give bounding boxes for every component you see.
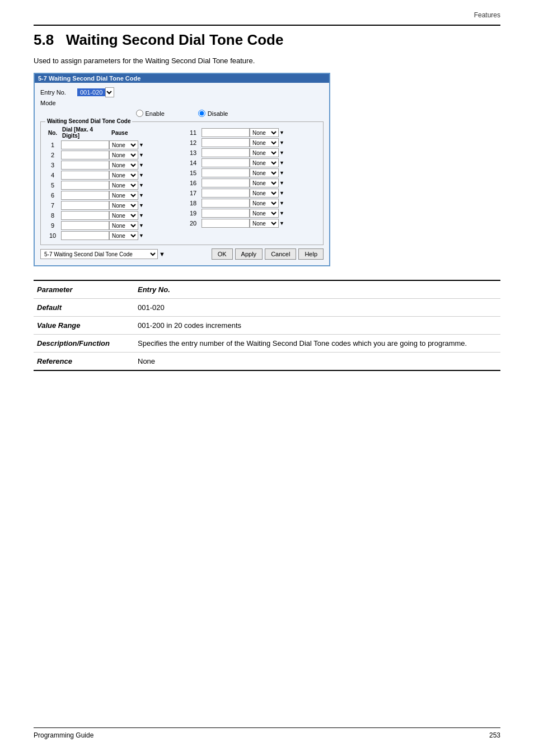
dialog-title-bar: 5-7 Waiting Second Dial Tone Code [35,74,329,83]
param-description-row: Description/Function Specifies the entry… [34,335,500,353]
wsdt-row-left: 5 None123 ▼ [44,181,179,190]
wsdt-row-left: 2 None123 ▼ [44,151,179,159]
param-header-row: Parameter Entry No. [34,280,500,299]
page-container: Features 5.8 Waiting Second Dial Tone Co… [0,0,534,756]
dial-input[interactable] [202,219,250,228]
dial-input[interactable] [202,158,250,167]
dial-input[interactable] [61,211,109,220]
pause-select[interactable]: None123 [109,201,138,210]
pause-select[interactable]: None123 [109,211,138,220]
row-number: 1 [44,142,61,148]
disable-label: Disable [208,110,228,117]
wsdt-row-right: 20 None123 ▼ [185,219,320,228]
ok-button[interactable]: OK [212,248,233,260]
pause-select[interactable]: None123 [250,179,279,187]
wsdt-row-left: 4 None123 ▼ [44,171,179,180]
dial-input[interactable] [61,231,109,240]
bottom-select[interactable]: 5-7 Waiting Second Dial Tone Code [40,249,158,259]
row-number: 10 [44,232,61,239]
pause-select[interactable]: None123 [250,158,279,167]
enable-label: Enable [146,110,165,117]
bottom-select-area: 5-7 Waiting Second Dial Tone Code ▼ [40,249,165,259]
pause-select[interactable]: None123 [250,199,279,208]
wsdt-header-left: No. Dial [Max. 4 Digits] Pause [44,126,179,139]
disable-option[interactable]: Disable [198,110,228,117]
mode-row: Mode [40,100,324,106]
wsdt-row-left: 8 None123 ▼ [44,211,179,220]
row-number: 19 [185,210,202,217]
entry-no-select[interactable]: ▼ [105,87,114,97]
section-number: 5.8 [34,31,54,48]
pause-select[interactable]: None123 [250,219,279,228]
dial-input[interactable] [61,140,109,149]
wsdt-row-right: 12 None123 ▼ [185,138,320,147]
pause-select[interactable]: None123 [109,231,138,240]
pause-select[interactable]: None123 [250,128,279,137]
footer-left-text: Programming Guide [34,731,93,739]
wsdt-row-right: 14 None123 ▼ [185,158,320,167]
disable-radio[interactable] [198,110,205,117]
pause-select[interactable]: None123 [109,140,138,149]
enable-option[interactable]: Enable [136,110,165,117]
pause-select[interactable]: None123 [250,148,279,157]
mode-label: Mode [40,100,74,106]
enable-radio[interactable] [136,110,143,117]
dial-input[interactable] [61,181,109,190]
dial-input[interactable] [202,189,250,198]
entry-no-label: Entry No. [40,89,74,96]
dial-input[interactable] [61,151,109,159]
cancel-button[interactable]: Cancel [265,248,296,260]
pause-select[interactable]: None123 [109,221,138,230]
pause-select[interactable]: None123 [250,209,279,218]
row-number: 6 [44,192,61,199]
pause-select[interactable]: None123 [250,138,279,147]
wsdt-rows-left: 1 None123 ▼ 2 None123 ▼ 3 None123 ▼ 4 No [44,140,179,240]
wsdt-row-left: 10 None123 ▼ [44,231,179,240]
param-reference-label: Reference [34,353,134,371]
help-button[interactable]: Help [298,248,324,260]
pause-select[interactable]: None123 [250,189,279,198]
apply-button[interactable]: Apply [235,248,263,260]
right-column: 11 None123 ▼ 12 None123 ▼ 13 None123 ▼ 1… [185,126,320,241]
wsdt-row-right: 11 None123 ▼ [185,128,320,137]
header-divider [34,25,500,26]
param-value-range-value: 001-200 in 20 codes increments [134,317,500,335]
dial-input[interactable] [61,161,109,170]
section-title-text: Waiting Second Dial Tone Code [66,31,284,48]
row-number: 8 [44,212,61,219]
col-pause-header: Pause [111,130,151,136]
wsdt-row-right: 13 None123 ▼ [185,148,320,157]
param-col2-header: Entry No. [134,280,500,299]
row-number: 2 [44,152,61,158]
left-column: No. Dial [Max. 4 Digits] Pause 1 None123… [44,126,179,241]
dial-input[interactable] [61,171,109,180]
wsdt-row-right: 19 None123 ▼ [185,209,320,218]
dial-input[interactable] [202,209,250,218]
param-value-range-label: Value Range [34,317,134,335]
pause-select[interactable]: None123 [109,181,138,190]
pause-select[interactable]: None123 [109,161,138,170]
entry-no-value: 001-020 [77,88,105,96]
dial-input[interactable] [202,168,250,177]
dial-input[interactable] [202,148,250,157]
dial-input[interactable] [202,138,250,147]
dial-input[interactable] [202,179,250,187]
features-label: Features [34,11,500,19]
dial-input[interactable] [202,128,250,137]
row-number: 3 [44,162,61,168]
param-default-row: Default 001-020 [34,299,500,317]
features-text: Features [474,11,500,19]
row-number: 5 [44,182,61,189]
pause-select[interactable]: None123 [109,151,138,159]
dial-input[interactable] [61,201,109,210]
dial-input[interactable] [202,199,250,208]
pause-select[interactable]: None123 [109,191,138,200]
wsdt-row-left: 6 None123 ▼ [44,191,179,200]
param-default-label: Default [34,299,134,317]
pause-select[interactable]: None123 [250,168,279,177]
dial-input[interactable] [61,191,109,200]
row-number: 16 [185,180,202,186]
dial-input[interactable] [61,221,109,230]
row-number: 18 [185,200,202,206]
pause-select[interactable]: None123 [109,171,138,180]
